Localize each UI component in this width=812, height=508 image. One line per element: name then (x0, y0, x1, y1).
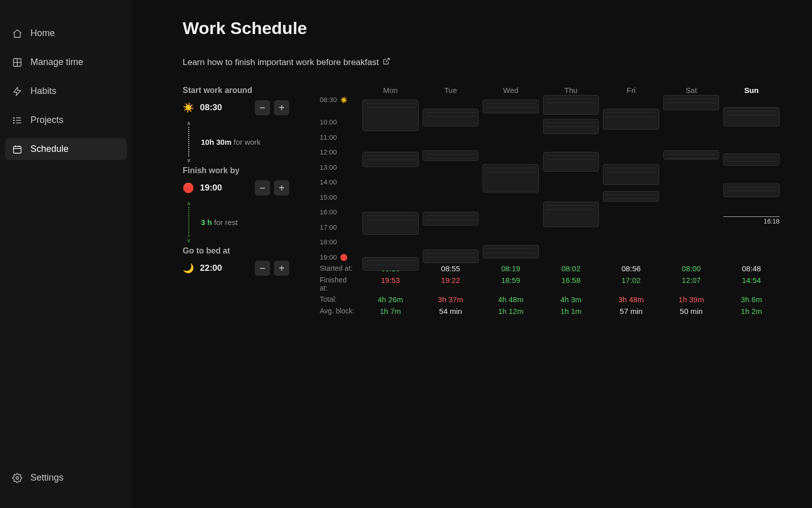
schedule-block[interactable] (483, 100, 539, 113)
summary-cell: 1h 7m (360, 307, 421, 315)
summary-cell: 57 min (601, 307, 661, 315)
sidebar-item-projects[interactable]: Projects (5, 109, 127, 131)
day-column-sat (661, 100, 722, 257)
svg-point-7 (14, 120, 15, 121)
summary-cell: 1h 1m (541, 307, 601, 315)
external-link-icon (383, 57, 390, 68)
grid-icon (12, 57, 22, 68)
summary-cell: 12:07 (661, 276, 722, 292)
day-column-tue (421, 100, 481, 257)
finish-work-decrement[interactable]: − (255, 180, 270, 196)
hour-label: 08:30 ☀️ (320, 96, 354, 104)
stop-sign-icon: 🛑 (183, 182, 194, 194)
schedule-block[interactable] (543, 95, 599, 114)
summary-cell: 19:53 (360, 276, 421, 292)
start-work-decrement[interactable]: − (255, 100, 270, 115)
bed-time-increment[interactable]: + (274, 261, 289, 276)
bed-time-decrement[interactable]: − (255, 261, 270, 276)
svg-rect-9 (14, 146, 21, 153)
schedule-block[interactable] (603, 164, 659, 185)
sidebar-item-home[interactable]: Home (5, 22, 127, 44)
day-header-sun: Sun (721, 86, 782, 100)
schedule-block[interactable] (423, 109, 479, 126)
summary-cell: 50 min (661, 307, 722, 315)
schedule-block[interactable] (483, 245, 539, 259)
bolt-icon (12, 86, 22, 97)
finish-work-increment[interactable]: + (274, 180, 289, 196)
day-column-thu (541, 100, 601, 257)
hour-label: 10:00 (320, 118, 354, 126)
schedule-block[interactable] (423, 150, 479, 161)
schedule-block[interactable] (362, 100, 419, 131)
start-work-label: Start work around (183, 86, 289, 95)
hour-label: 19:00 🛑 (320, 253, 354, 261)
schedule-block[interactable] (362, 212, 419, 234)
schedule-block[interactable] (723, 183, 780, 197)
schedule-block[interactable] (723, 107, 780, 126)
page-title: Work Schedule (183, 18, 782, 38)
summary-cell: 08:00 (661, 264, 722, 273)
summary-cell: 16:58 (541, 276, 601, 292)
current-time-line (723, 216, 780, 217)
summary-row-label: Finished at: (320, 276, 360, 292)
time-axis: 08:30 ☀️10:0011:0012:0013:0014:0015:0016… (320, 100, 360, 257)
home-icon (12, 28, 22, 39)
finish-work-label: Finish work by (183, 166, 289, 175)
sun-icon: ☀️ (183, 102, 194, 113)
list-icon (12, 115, 22, 125)
current-time-label: 16:18 (764, 218, 780, 225)
summary-cell: 3h 6m (721, 295, 782, 304)
schedule-block[interactable] (543, 152, 599, 171)
hour-label: 11:00 (320, 133, 354, 141)
bed-time-label: Go to bed at (183, 246, 289, 256)
rest-interval-amount: 3 h (201, 218, 212, 227)
summary-cell: 4h 3m (541, 295, 601, 304)
schedule-block[interactable] (663, 95, 720, 110)
start-work-increment[interactable]: + (274, 100, 289, 115)
sidebar-item-label: Home (30, 28, 55, 39)
summary-cell: 08:55 (421, 264, 481, 273)
sidebar-item-label: Schedule (30, 144, 69, 154)
schedule-block[interactable] (543, 119, 599, 134)
rest-interval: ∧∨ 3 h for rest (186, 201, 289, 243)
sidebar-item-settings[interactable]: Settings (5, 467, 127, 489)
summary-cell: 54 min (421, 307, 481, 315)
calendar-icon (12, 144, 22, 154)
summary-row-label: Started at: (320, 264, 360, 273)
sidebar-item-habits[interactable]: Habits (5, 80, 127, 102)
work-interval-suffix: for work (233, 138, 260, 146)
summary-cell: 3h 48m (601, 295, 661, 304)
summary-cell: 08:02 (541, 264, 601, 273)
svg-point-8 (14, 122, 15, 123)
summary-cell: 08:19 (481, 264, 541, 273)
work-interval: ∧∨ 10h 30m for work (186, 120, 289, 163)
day-column-wed (481, 100, 541, 257)
hour-label: 17:00 (320, 223, 354, 231)
schedule-block[interactable] (362, 152, 419, 167)
subtitle-link[interactable]: Learn how to finish important work befor… (183, 57, 782, 68)
day-header-tue: Tue (421, 86, 481, 100)
hour-label: 16:00 (320, 208, 354, 216)
schedule-block[interactable] (603, 109, 659, 130)
schedule-block[interactable] (723, 153, 780, 166)
day-header-wed: Wed (481, 86, 541, 100)
svg-point-13 (16, 477, 19, 479)
schedule-block[interactable] (362, 257, 419, 271)
sidebar-item-schedule[interactable]: Schedule (5, 138, 127, 160)
hour-label: 15:00 (320, 193, 354, 201)
schedule-block[interactable] (663, 150, 720, 160)
schedule-block[interactable] (603, 191, 659, 202)
hour-label: 18:00 (320, 238, 354, 246)
summary-cell: 4h 26m (360, 295, 421, 304)
main: Work Schedule Learn how to finish import… (132, 0, 812, 508)
schedule-block[interactable] (423, 212, 479, 226)
schedule-block[interactable] (423, 249, 479, 263)
day-header-mon: Mon (360, 86, 421, 100)
schedule-block[interactable] (543, 202, 599, 227)
weekly-schedule: MonTueWedThuFriSatSun08:30 ☀️10:0011:001… (320, 86, 782, 315)
hour-label: 13:00 (320, 163, 354, 171)
summary-cell: 1h 39m (661, 295, 722, 304)
schedule-block[interactable] (483, 164, 539, 193)
hour-label: 12:00 (320, 148, 354, 156)
sidebar-item-manage-time[interactable]: Manage time (5, 51, 127, 73)
